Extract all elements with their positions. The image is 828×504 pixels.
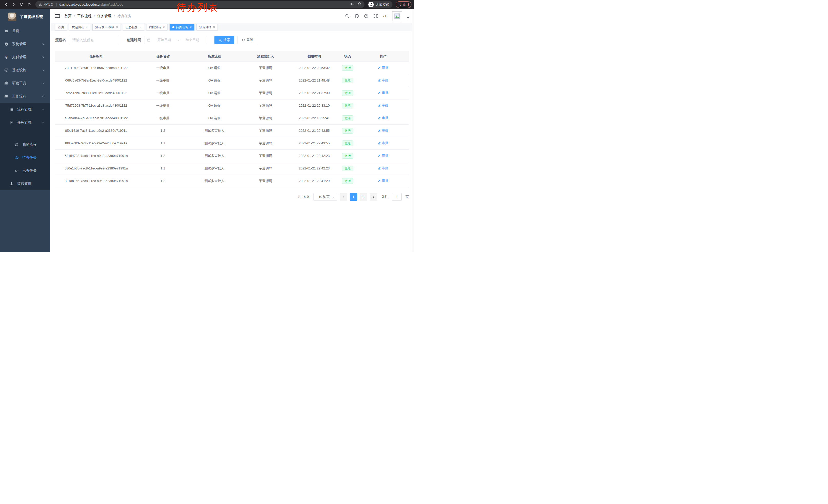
end-date-input[interactable]: 结束日期 — [180, 38, 204, 42]
sidebar-item-我的流程[interactable]: 我的流程 — [0, 138, 50, 151]
help-icon[interactable]: ? — [364, 14, 368, 18]
pen-icon — [378, 129, 381, 132]
sidebar-item-系统管理[interactable]: 系统管理 — [0, 37, 50, 50]
page-size-select[interactable]: 10条/页 — [314, 193, 337, 201]
sidebar-item-首页[interactable]: 首页 — [0, 25, 50, 37]
table-row: a6aba0a4-7b6d-11ec-b781-acde48001122一级审批… — [55, 112, 409, 124]
approve-link[interactable]: 审批 — [378, 65, 388, 70]
breadcrumb-item-首页[interactable]: 首页 — [65, 14, 72, 18]
eye-icon — [15, 155, 19, 160]
filter-form: 流程名 创建时间 开始日期 - 结束日期 搜索 — [55, 36, 409, 44]
approve-link[interactable]: 审批 — [378, 141, 388, 145]
breadcrumb-item-任务管理[interactable]: 任务管理 — [97, 14, 112, 18]
app-logo-row[interactable]: 芋道管理系统 — [0, 9, 50, 25]
bookmark-star-icon[interactable] — [358, 2, 362, 7]
fullscreen-icon[interactable] — [373, 14, 378, 18]
close-tab-icon[interactable]: × — [190, 26, 192, 29]
process-name-input[interactable] — [69, 36, 119, 44]
reload-icon[interactable] — [18, 1, 25, 8]
tab-发起流程[interactable]: 发起流程× — [69, 24, 90, 31]
task-name-cell: 一级审批 — [137, 74, 189, 87]
sidebar-toggle-icon[interactable] — [55, 14, 60, 18]
page-root: 不安全 dashboard.yudao.iocoder.cn/bpm/task/… — [0, 0, 414, 252]
page-button-2[interactable]: 2 — [360, 193, 367, 201]
create-time-label: 创建时间 — [127, 38, 141, 42]
font-size-icon[interactable]: TT — [383, 14, 387, 18]
avatar-caret-icon[interactable] — [407, 17, 409, 19]
page-content: 流程名 创建时间 开始日期 - 结束日期 搜索 — [50, 31, 414, 252]
not-secure-warning-icon[interactable] — [38, 3, 42, 6]
tab-我的流程[interactable]: 我的流程× — [146, 24, 167, 31]
back-icon[interactable] — [3, 1, 9, 8]
close-tab-icon[interactable]: × — [213, 26, 215, 29]
starter-cell: 芋道源码 — [240, 99, 291, 112]
sidebar-item-支付管理[interactable]: ¥支付管理 — [0, 50, 50, 63]
date-range-picker[interactable]: 开始日期 - 结束日期 — [144, 36, 207, 44]
svg-text:¥: ¥ — [5, 55, 8, 59]
tab-待办任务[interactable]: 待办任务× — [170, 24, 195, 31]
approve-link[interactable]: 审批 — [378, 153, 388, 158]
address-bar[interactable]: 不安全 dashboard.yudao.iocoder.cn/bpm/task/… — [35, 1, 365, 8]
tab-label: 流程表单-编辑 — [95, 25, 115, 30]
status-badge: 激活 — [342, 65, 353, 71]
prev-page-button[interactable] — [340, 193, 347, 201]
sidebar-item-已办任务[interactable]: 已办任务 — [0, 164, 50, 177]
column-header-任务编号: 任务编号 — [55, 51, 137, 61]
close-tab-icon[interactable]: × — [139, 26, 141, 29]
browser-scrollbar[interactable] — [412, 9, 414, 252]
table-row: 8f059c03-7ac8-11ec-a9e2-a2380e71991a1.1测… — [55, 137, 409, 149]
github-icon[interactable] — [354, 14, 359, 18]
column-header-所属流程: 所属流程 — [189, 51, 240, 61]
task-name-cell: 一级审批 — [137, 61, 189, 74]
search-icon[interactable] — [345, 14, 349, 18]
status-cell: 激活 — [338, 99, 357, 112]
start-date-input[interactable]: 开始日期 — [152, 38, 176, 42]
update-button[interactable]: 更新 — [396, 1, 411, 8]
sidebar-item-任务管理[interactable]: 任务管理 — [0, 116, 50, 129]
approve-link[interactable]: 审批 — [378, 179, 388, 183]
approve-link[interactable]: 审批 — [378, 103, 388, 108]
search-button[interactable]: 搜索 — [214, 36, 234, 44]
breadcrumb-item-工作流程[interactable]: 工作流程 — [77, 14, 92, 18]
home-icon[interactable] — [26, 1, 32, 8]
approve-link[interactable]: 审批 — [378, 116, 388, 120]
starter-cell: 芋道源码 — [240, 137, 291, 149]
sidebar-item-待办任务[interactable]: 待办任务 — [0, 151, 50, 164]
tab-首页[interactable]: 首页 — [55, 24, 67, 31]
create-time-cell: 2022-01-21 22:43:55 — [291, 124, 338, 137]
list-icon — [9, 107, 14, 112]
tab-已办任务[interactable]: 已办任务× — [123, 24, 144, 31]
sidebar-item-流程管理[interactable]: 流程管理 — [0, 103, 50, 116]
key-icon[interactable] — [350, 2, 354, 7]
sidebar-item-工作流程[interactable]: 工作流程 — [0, 90, 50, 103]
page-button-1[interactable]: 1 — [349, 193, 357, 201]
approve-link[interactable]: 审批 — [378, 166, 388, 171]
tab-label: 已办任务 — [126, 25, 138, 30]
approve-link[interactable]: 审批 — [378, 91, 388, 95]
create-time-cell: 2022-01-22 18:25:41 — [291, 112, 338, 124]
forward-icon[interactable] — [10, 1, 17, 8]
reset-button[interactable]: 重置 — [238, 36, 257, 44]
approve-link[interactable]: 审批 — [378, 129, 388, 133]
close-tab-icon[interactable]: × — [86, 26, 87, 29]
action-cell: 审批 — [357, 149, 409, 162]
approve-link[interactable]: 审批 — [378, 78, 388, 83]
goto-page-input[interactable] — [392, 193, 402, 201]
chevron-down-icon — [42, 108, 45, 111]
tab-label: 我的流程 — [149, 25, 161, 30]
avatar[interactable] — [392, 11, 402, 21]
close-tab-icon[interactable]: × — [163, 26, 165, 29]
sidebar-item-请假查询[interactable]: 请假查询 — [0, 177, 50, 190]
tab-流程表单-编辑[interactable]: 流程表单-编辑× — [92, 24, 121, 31]
close-tab-icon[interactable]: × — [116, 26, 118, 29]
status-badge: 激活 — [342, 116, 353, 121]
create-time-cell: 2022-01-21 22:42:23 — [291, 162, 338, 175]
sidebar-item-研发工具[interactable]: 研发工具 — [0, 77, 50, 90]
approve-label: 审批 — [382, 179, 388, 183]
sidebar-item-基础设施[interactable]: 基础设施 — [0, 63, 50, 77]
table-body: 73211d9d-7b9b-11ec-b5b7-acde48001122一级审批… — [55, 61, 409, 187]
browser-menu-icon[interactable] — [408, 3, 409, 6]
next-page-button[interactable] — [370, 193, 377, 201]
goto-label: 前往 — [381, 194, 388, 199]
tab-流程详情[interactable]: 流程详情× — [197, 24, 218, 31]
